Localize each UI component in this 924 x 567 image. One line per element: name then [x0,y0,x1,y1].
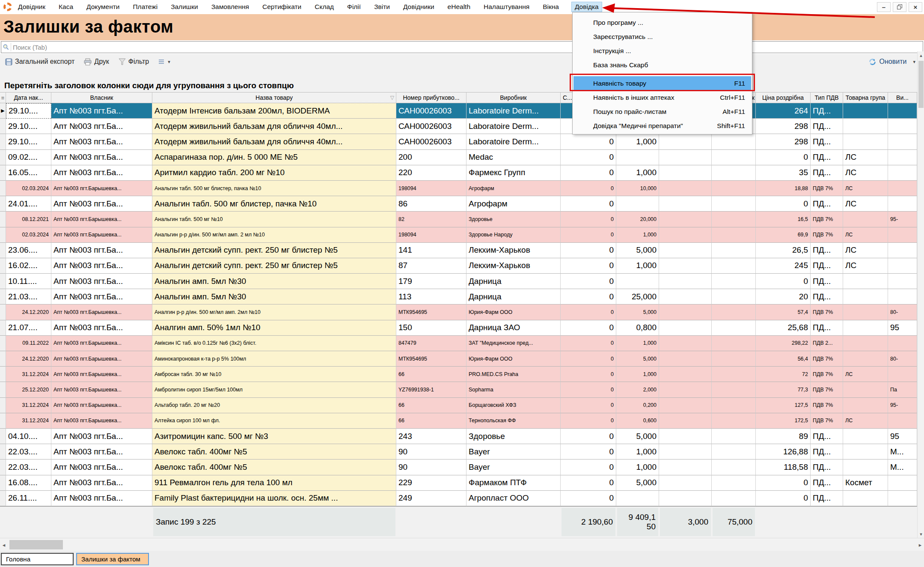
cell-date[interactable]: 25.12.2020 [6,382,51,397]
cell-date[interactable]: 24.12.2020 [6,351,51,367]
cell-v3[interactable] [659,181,712,196]
cell-date[interactable]: 29.10.... [6,103,51,119]
cell-manu[interactable]: Лекхим-Харьков [466,243,561,258]
horizontal-scrollbar[interactable]: ◂ ▸ [0,538,924,551]
table-row[interactable]: 04.10....Апт №003 пгт.Ба...Азитромицин к… [0,429,917,444]
cell-date[interactable]: 29.10.... [6,119,51,134]
cell-v1[interactable]: 0 [561,351,616,367]
cell-vat[interactable]: ПД... [811,429,843,444]
cell-v1[interactable]: 0 [561,491,616,506]
cell-ind[interactable] [0,491,6,506]
cell-price[interactable]: 25,68 [756,320,811,336]
cell-num[interactable]: 90 [396,444,466,460]
cell-price[interactable]: 89 [756,429,811,444]
cell-ind[interactable] [0,227,6,243]
cell-v3[interactable] [659,320,712,336]
column-header-ind[interactable]: ≣ [0,93,6,103]
cell-name[interactable]: Атодерм Інтенсив бальзам 200мл, BIODERMA [152,103,396,119]
cell-group[interactable]: Космет [843,475,888,491]
cell-v4[interactable] [712,258,756,274]
cell-name[interactable]: Аміксин ІС таб. в/о 0.125г №6 (3х2) бліс… [152,336,396,351]
cell-num[interactable]: 150 [396,320,466,336]
cell-extra[interactable]: 95 [888,320,917,336]
cell-manu[interactable]: Юрия-Фарм ООО [466,351,561,367]
table-row[interactable]: 23.06....Апт №003 пгт.Ба...Анальгин детс… [0,243,917,258]
cell-v4[interactable] [712,491,756,506]
cell-vat[interactable]: ПД... [811,243,843,258]
cell-name[interactable]: Анальгин р-р д/ин. 500 мг/мл амп. 2 мл №… [152,227,396,243]
cell-v2[interactable]: 10,000 [616,181,659,196]
cell-group[interactable] [843,382,888,397]
cell-name[interactable]: Альтабор табл. 20 мг №20 [152,398,396,413]
cell-name[interactable]: Аналгин амп. 50% 1мл №10 [152,320,396,336]
cell-date[interactable]: 21.07.... [6,320,51,336]
cell-v4[interactable] [712,367,756,382]
cell-ind[interactable] [0,413,6,429]
cell-v3[interactable] [659,336,712,351]
cell-num[interactable]: 86 [396,196,466,212]
cell-manu[interactable]: Medac [466,150,561,165]
cell-price[interactable]: 298 [756,134,811,149]
cell-name[interactable]: Анальгин табл. 500 мг №10 [152,212,396,227]
cell-owner[interactable]: Апт №003 пгт.Ба... [51,119,152,134]
cell-group[interactable] [843,320,888,336]
help-menu-item-0[interactable]: Про програму ... [573,15,752,30]
table-row[interactable]: 09.11.2022Апт №003 пгт.Барышевка...Амікс… [0,336,917,351]
cell-date[interactable]: 31.12.2024 [6,367,51,382]
cell-manu[interactable]: Laboratoire Derm... [466,103,561,119]
cell-owner[interactable]: Апт №003 пгт.Барышевка... [51,351,152,367]
cell-v1[interactable]: 0 [561,181,616,196]
cell-v1[interactable]: 0 [561,134,616,149]
cell-group[interactable] [843,274,888,289]
scroll-up-icon[interactable]: ▴ [918,51,924,59]
cell-price[interactable]: 56,4 [756,351,811,367]
cell-num[interactable]: 198094 [396,181,466,196]
cell-num[interactable]: МТК954695 [396,351,466,367]
cell-vat[interactable]: ПД... [811,274,843,289]
cell-num[interactable]: 220 [396,165,466,181]
help-menu-item-8[interactable]: Довідка "Медичні препарати"Shift+F11 [573,119,752,133]
cell-v1[interactable]: 0 [561,336,616,351]
cell-ind[interactable] [0,351,6,367]
cell-date[interactable]: 04.10.... [6,429,51,444]
cell-price[interactable]: 20 [756,289,811,304]
cell-vat[interactable]: ПД... [811,491,843,506]
cell-extra[interactable]: 95- [888,398,917,413]
cell-v4[interactable] [712,181,756,196]
export-button[interactable]: Загальний експорт [3,57,77,67]
cell-name[interactable]: Амбросан табл. 30 мг №10 [152,367,396,382]
cell-owner[interactable]: Апт №003 пгт.Ба... [51,258,152,274]
cell-owner[interactable]: Апт №003 пгт.Барышевка... [51,181,152,196]
cell-name[interactable]: Атодерм живильний бальзам для обличчя 40… [152,134,396,149]
cell-num[interactable]: 90 [396,460,466,475]
cell-ind[interactable] [0,429,6,444]
cell-v1[interactable]: 0 [561,460,616,475]
cell-price[interactable]: 118,58 [756,460,811,475]
cell-group[interactable] [843,134,888,149]
cell-group[interactable] [843,460,888,475]
cell-date[interactable]: 16.05.... [6,165,51,181]
cell-v4[interactable] [712,212,756,227]
table-row[interactable]: 16.05....Апт №003 пгт.Ба...Аритмил карди… [0,165,917,181]
cell-date[interactable]: 22.03.... [6,444,51,460]
column-filter-icon[interactable]: ▽ [390,95,394,101]
cell-name[interactable]: Анальгин детский супп. рект. 250 мг блис… [152,258,396,274]
cell-vat[interactable]: ПД... [811,475,843,491]
cell-owner[interactable]: Апт №003 пгт.Барышевка... [51,367,152,382]
cell-vat[interactable]: ПДВ 7% [811,351,843,367]
cell-owner[interactable]: Апт №003 пгт.Барышевка... [51,398,152,413]
cell-v4[interactable] [712,289,756,304]
cell-price[interactable]: 126,88 [756,444,811,460]
menubar-item-8[interactable]: Філії [346,2,362,12]
bottom-tab-0[interactable]: Головна [1,553,74,565]
cell-owner[interactable]: Апт №003 пгт.Барышевка... [51,212,152,227]
cell-v3[interactable] [659,274,712,289]
help-menu-item-3[interactable]: База знань Скарб [573,58,752,72]
cell-v2[interactable]: 25,000 [616,289,659,304]
cell-group[interactable] [843,491,888,506]
cell-v2[interactable]: 0,800 [616,320,659,336]
cell-vat[interactable]: ПДВ 7% [811,382,843,397]
cell-owner[interactable]: Апт №003 пгт.Ба... [51,460,152,475]
table-row[interactable]: 29.10....Апт №003 пгт.Ба...Атодерм живил… [0,119,917,134]
cell-date[interactable]: 24.12.2020 [6,304,51,320]
